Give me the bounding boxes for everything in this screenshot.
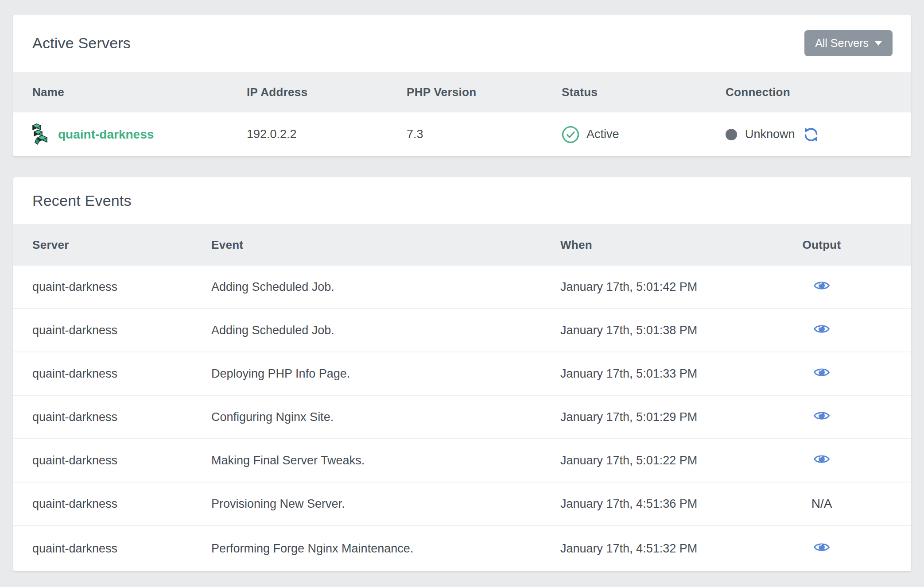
event-description: Performing Forge Nginx Maintenance. — [211, 542, 560, 556]
eye-icon — [813, 323, 830, 335]
event-description: Deploying PHP Info Page. — [211, 367, 560, 381]
table-row: quaint-darkness Adding Scheduled Job. Ja… — [13, 266, 911, 309]
column-header-connection: Connection — [726, 85, 911, 99]
view-output-button[interactable] — [813, 409, 830, 422]
column-header-ip: IP Address — [247, 85, 407, 99]
view-output-button[interactable] — [813, 366, 830, 378]
event-description: Adding Scheduled Job. — [211, 324, 560, 337]
server-row: quaint-darkness 192.0.2.2 7.3 Active Unk… — [13, 112, 911, 156]
view-output-button[interactable] — [813, 453, 830, 465]
recent-events-card: Recent Events Server Event When Output q… — [13, 177, 911, 571]
gray-dot-icon — [726, 129, 737, 140]
table-row: quaint-darkness Configuring Nginx Site. … — [13, 396, 911, 439]
active-servers-table-header: Name IP Address PHP Version Status Conne… — [13, 72, 911, 112]
eye-icon — [813, 366, 830, 378]
table-row: quaint-darkness Making Final Server Twea… — [13, 439, 911, 483]
column-header-output: Output — [788, 238, 855, 252]
event-when: January 17th, 5:01:42 PM — [560, 280, 788, 294]
server-connection-label: Unknown — [745, 127, 795, 141]
event-server: quaint-darkness — [32, 542, 211, 556]
event-when: January 17th, 5:01:33 PM — [560, 367, 788, 381]
eye-icon — [813, 541, 830, 553]
refresh-icon — [803, 127, 819, 143]
server-name-link[interactable]: quaint-darkness — [58, 127, 154, 142]
event-server: quaint-darkness — [32, 454, 211, 467]
event-server: quaint-darkness — [32, 410, 211, 424]
event-server: quaint-darkness — [32, 367, 211, 381]
server-ip: 192.0.2.2 — [247, 127, 407, 141]
active-servers-header: Active Servers All Servers — [13, 15, 911, 72]
event-server: quaint-darkness — [32, 497, 211, 511]
event-server: quaint-darkness — [32, 324, 211, 337]
output-na-label: N/A — [811, 497, 832, 510]
active-servers-card: Active Servers All Servers Name IP Addre… — [13, 15, 911, 156]
server-php-version: 7.3 — [407, 127, 562, 141]
server-cubes-icon — [32, 124, 48, 146]
all-servers-dropdown-label: All Servers — [815, 37, 869, 50]
all-servers-dropdown-button[interactable]: All Servers — [804, 30, 893, 56]
recent-events-title: Recent Events — [32, 192, 132, 209]
eye-icon — [813, 279, 830, 292]
table-row: quaint-darkness Provisioning New Server.… — [13, 483, 911, 526]
event-description: Making Final Server Tweaks. — [211, 454, 560, 467]
check-circle-icon — [562, 126, 579, 143]
eye-icon — [813, 409, 830, 422]
table-row: quaint-darkness Adding Scheduled Job. Ja… — [13, 309, 911, 352]
event-when: January 17th, 5:01:38 PM — [560, 324, 788, 337]
caret-down-icon — [875, 41, 882, 46]
event-description: Adding Scheduled Job. — [211, 280, 560, 294]
active-servers-title: Active Servers — [32, 35, 131, 52]
recent-events-table-header: Server Event When Output — [13, 224, 911, 266]
view-output-button[interactable] — [813, 323, 830, 335]
event-server: quaint-darkness — [32, 280, 211, 294]
event-when: January 17th, 5:01:29 PM — [560, 410, 788, 424]
table-row: quaint-darkness Performing Forge Nginx M… — [13, 526, 911, 571]
view-output-button[interactable] — [813, 279, 830, 292]
column-header-status: Status — [562, 85, 726, 99]
event-description: Provisioning New Server. — [211, 497, 560, 511]
refresh-connection-button[interactable] — [803, 127, 819, 143]
event-when: January 17th, 4:51:32 PM — [560, 542, 788, 556]
server-status-label: Active — [586, 127, 619, 141]
column-header-event: Event — [211, 238, 560, 252]
eye-icon — [813, 453, 830, 465]
event-when: January 17th, 5:01:22 PM — [560, 454, 788, 467]
view-output-button[interactable] — [813, 541, 830, 553]
column-header-when: When — [560, 238, 788, 252]
table-row: quaint-darkness Deploying PHP Info Page.… — [13, 352, 911, 396]
column-header-name: Name — [32, 85, 247, 99]
column-header-php: PHP Version — [407, 85, 562, 99]
column-header-server: Server — [32, 238, 211, 252]
event-when: January 17th, 4:51:36 PM — [560, 497, 788, 511]
event-description: Configuring Nginx Site. — [211, 410, 560, 424]
